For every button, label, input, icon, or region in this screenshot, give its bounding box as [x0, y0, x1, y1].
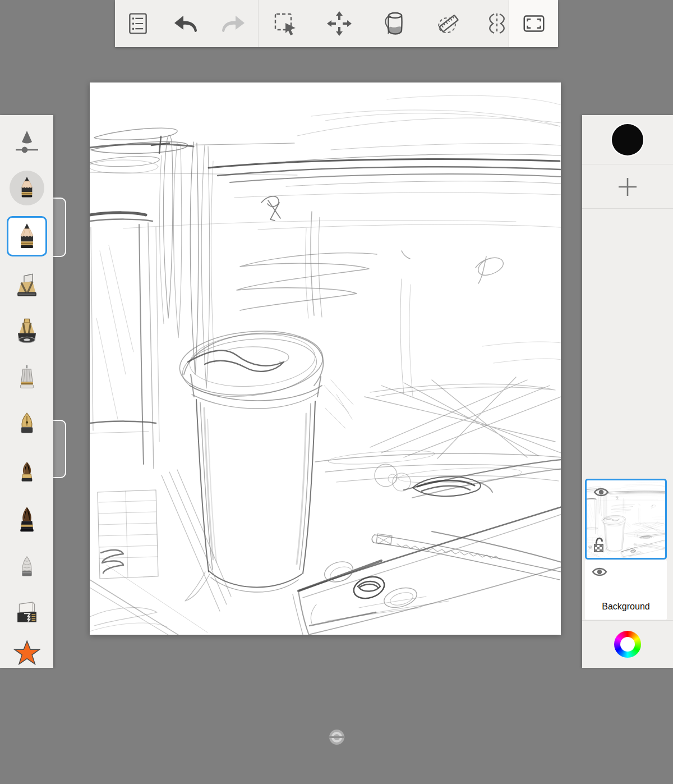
- brush-palette-sidebar: [0, 115, 53, 668]
- brush-item-chisel-marker[interactable]: [12, 272, 42, 303]
- current-brush-preview[interactable]: [10, 171, 44, 205]
- sketch-artwork: [90, 82, 561, 635]
- active-color-section: [582, 115, 673, 164]
- layer-item-background[interactable]: Background: [585, 560, 667, 620]
- undo-button[interactable]: [170, 8, 201, 39]
- chisel-marker-icon: [12, 272, 42, 303]
- brush-item-round-brush[interactable]: [14, 456, 40, 489]
- corner-puck-handle[interactable]: [329, 730, 344, 745]
- layers-panel: Background: [582, 115, 673, 668]
- star-icon: [12, 638, 42, 667]
- layout-menu-button[interactable]: [122, 8, 154, 39]
- pencil-icon: [14, 174, 40, 202]
- brush-item-technical-pen[interactable]: [14, 360, 40, 395]
- fullscreen-frame-icon: [521, 11, 547, 36]
- brush-item-textured-pencil[interactable]: [14, 551, 40, 585]
- drawing-canvas[interactable]: [90, 82, 561, 635]
- transparency-unlock-icon[interactable]: [592, 537, 607, 553]
- pencil-icon: [13, 221, 41, 252]
- brush-item-pointed-brush[interactable]: [13, 502, 41, 538]
- fit-screen-button[interactable]: [518, 8, 550, 39]
- add-layer-button[interactable]: [582, 165, 673, 209]
- technical-pen-icon: [14, 360, 40, 395]
- large-brush-icon: [13, 502, 41, 538]
- layer-item-sketch[interactable]: [585, 479, 667, 560]
- move-arrows-icon: [326, 10, 353, 37]
- broad-marker-icon: [12, 315, 42, 350]
- guides-tool-button[interactable]: [432, 8, 464, 39]
- small-brush-icon: [14, 456, 40, 489]
- undo-arrow-icon: [172, 10, 199, 37]
- redo-button[interactable]: [218, 8, 249, 39]
- background-layer-label: Background: [585, 602, 667, 612]
- ruler-icon: [435, 10, 462, 37]
- brush-settings-button[interactable]: [11, 129, 43, 155]
- paint-bucket-icon: [381, 10, 408, 37]
- color-wheel-hub: [620, 637, 635, 652]
- brush-preview-circle: [10, 171, 44, 205]
- active-color-swatch[interactable]: [612, 124, 643, 155]
- app-screen: Background: [0, 0, 673, 784]
- fill-tool-button[interactable]: [379, 8, 410, 39]
- brush-item-eraser[interactable]: [12, 599, 42, 630]
- fountain-nib-icon: [14, 408, 40, 442]
- brush-item-fountain-pen[interactable]: [14, 408, 40, 442]
- symmetry-icon: [483, 10, 510, 37]
- brush-size-slider-icon: [11, 129, 43, 155]
- brush-item-pencil-selected[interactable]: [7, 216, 47, 256]
- eraser-icon: [12, 599, 42, 630]
- layer-visibility-eye-icon[interactable]: [592, 566, 607, 578]
- plus-icon: [616, 176, 639, 198]
- textured-cone-icon: [14, 551, 40, 585]
- layer-visibility-eye-icon[interactable]: [593, 486, 609, 498]
- color-wheel-icon[interactable]: [614, 631, 641, 658]
- toolbar-divider: [258, 0, 259, 47]
- color-wheel-section: [582, 620, 673, 668]
- brush-item-broad-marker[interactable]: [12, 315, 42, 350]
- top-toolbar: [115, 0, 558, 47]
- selected-brush-frame: [7, 216, 47, 256]
- marquee-select-icon: [271, 10, 298, 37]
- selection-tool-button[interactable]: [269, 8, 301, 39]
- redo-arrow-icon: [220, 10, 247, 37]
- list-icon: [126, 11, 150, 36]
- transform-tool-button[interactable]: [324, 8, 355, 39]
- symmetry-tool-button[interactable]: [481, 8, 513, 39]
- favorites-button[interactable]: [12, 638, 42, 667]
